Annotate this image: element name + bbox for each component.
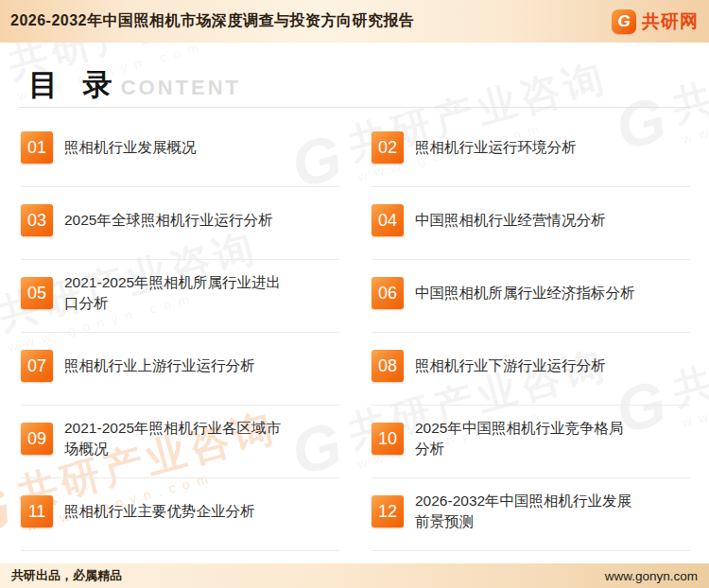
toc-item-02: 02 照相机行业运行环境分析 <box>372 114 690 187</box>
content-area: G 共研产业咨询 www.gonyn.com G 共研产业咨询 www.gony… <box>0 43 709 563</box>
toc-heading-cn: 目 录 <box>28 65 121 105</box>
toc-item-10: 10 2025年中国照相机行业竞争格局分析 <box>372 406 690 478</box>
item-number-badge: 04 <box>372 204 404 236</box>
item-label: 2021-2025年照相机所属行业进出口分析 <box>64 272 286 313</box>
item-label: 2026-2032年中国照相机行业发展前景预测 <box>415 491 637 531</box>
item-label: 照相机行业发展概况 <box>64 137 197 158</box>
toc-heading: 目 录 CONTENT <box>28 65 241 105</box>
brand-logo[interactable]: G 共研网 <box>612 9 699 34</box>
toc-item-11: 11 照相机行业主要优势企业分析 <box>21 478 339 551</box>
item-label: 照相机行业主要优势企业分析 <box>64 501 255 522</box>
watermark-g-icon: G <box>0 47 7 114</box>
item-label: 照相机行业下游行业运行分析 <box>415 355 606 376</box>
toc-item-12: 12 2026-2032年中国照相机行业发展前景预测 <box>372 478 690 551</box>
item-label: 中国照相机所属行业经济指标分析 <box>415 283 635 303</box>
item-number-badge: 11 <box>21 495 53 527</box>
item-number-badge: 12 <box>372 495 404 527</box>
item-number-badge: 10 <box>372 423 404 455</box>
footer-slogan: 共研出品，必属精品 <box>11 567 122 584</box>
toc-item-09: 09 2021-2025年照相机行业各区域市场概况 <box>21 406 339 478</box>
top-bar: 2026-2032年中国照相机市场深度调查与投资方向研究报告 G 共研网 <box>0 0 709 43</box>
toc-item-04: 04 中国照相机行业经营情况分析 <box>372 187 690 260</box>
item-label: 2025年中国照相机行业竞争格局分析 <box>415 418 637 458</box>
footer-bar: 共研出品，必属精品 www.gonyn.com <box>0 563 709 588</box>
item-number-badge: 06 <box>372 277 404 309</box>
item-label: 2021-2025年照相机行业各区域市场概况 <box>64 418 286 458</box>
heading-divider <box>19 107 690 108</box>
item-label: 照相机行业上游行业运行分析 <box>64 355 255 376</box>
report-title: 2026-2032年中国照相机市场深度调查与投资方向研究报告 <box>10 11 415 31</box>
item-number-badge: 08 <box>372 350 404 382</box>
item-number-badge: 09 <box>21 423 53 455</box>
item-label: 2025年全球照相机行业运行分析 <box>64 210 272 231</box>
toc-item-01: 01 照相机行业发展概况 <box>21 114 339 187</box>
item-number-badge: 01 <box>21 131 53 164</box>
item-label: 中国照相机行业经营情况分析 <box>415 210 606 231</box>
item-number-badge: 02 <box>372 131 404 164</box>
toc-item-03: 03 2025年全球照相机行业运行分析 <box>21 187 339 260</box>
logo-g-icon: G <box>612 9 636 34</box>
toc-item-06: 06 中国照相机所属行业经济指标分析 <box>372 260 690 333</box>
report-toc-page: 2026-2032年中国照相机市场深度调查与投资方向研究报告 G 共研网 G 共… <box>0 0 709 588</box>
watermark-g-icon: G <box>0 478 16 545</box>
item-number-badge: 03 <box>21 204 53 236</box>
toc-item-05: 05 2021-2025年照相机所属行业进出口分析 <box>21 260 339 333</box>
item-number-badge: 07 <box>21 350 53 382</box>
toc-grid: 01 照相机行业发展概况 02 照相机行业运行环境分析 03 2025年全球照相… <box>21 114 690 551</box>
item-label: 照相机行业运行环境分析 <box>415 137 577 158</box>
logo-text: 共研网 <box>642 9 699 34</box>
toc-item-07: 07 照相机行业上游行业运行分析 <box>21 333 339 406</box>
item-number-badge: 05 <box>21 277 53 309</box>
toc-item-08: 08 照相机行业下游行业运行分析 <box>372 333 690 406</box>
toc-heading-en: CONTENT <box>121 76 241 100</box>
footer-site-url[interactable]: www.gonyn.com <box>605 569 698 583</box>
